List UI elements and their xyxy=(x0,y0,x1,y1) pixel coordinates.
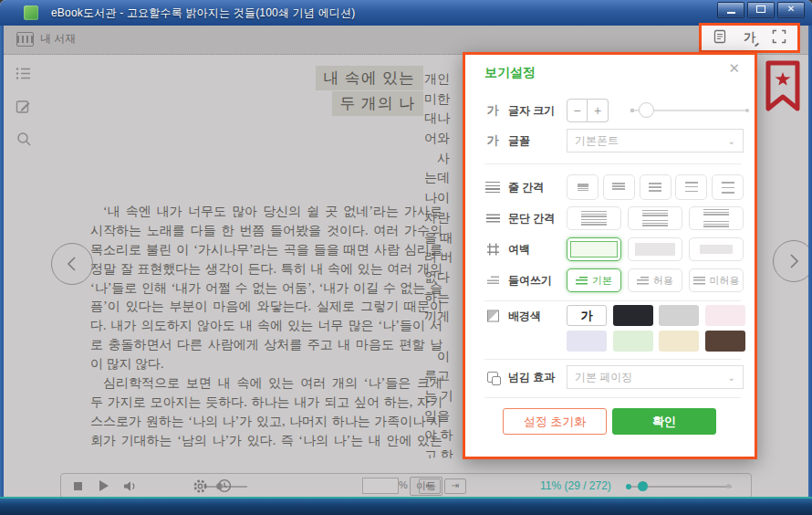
line-spacing-icon xyxy=(485,182,500,193)
book-text-line: 없다 xyxy=(424,268,463,288)
paragraph-spacing-option-1[interactable] xyxy=(567,206,621,230)
bottom-control-bar: % 이동 ⇤ ⇥ 11% (29 / 272) xyxy=(60,473,752,499)
my-library-label: 내 서재 xyxy=(40,31,76,47)
font-size-slider[interactable] xyxy=(633,110,746,111)
font-size-slider-thumb[interactable] xyxy=(639,102,654,118)
book-text-line: 야 하 xyxy=(424,426,463,446)
book-text-line: 개인 xyxy=(424,69,463,89)
tts-stop-button[interactable] xyxy=(74,474,82,498)
book-text-line: 려 버 xyxy=(424,247,463,268)
view-settings-panel: 보기설정 ✕ 가 글자 크기 − + 가 글꼴 기본폰 xyxy=(463,52,757,459)
book-text-line: 미한 xyxy=(424,89,463,110)
book-text-line: 루고 xyxy=(424,366,463,386)
page-effect-value: 기본 페이징 xyxy=(575,370,632,385)
paragraph-spacing-icon xyxy=(486,215,500,223)
margin-option-3[interactable] xyxy=(689,237,744,261)
indent-icon xyxy=(487,277,499,285)
page-percent-input[interactable] xyxy=(362,478,399,494)
line-spacing-option-2[interactable] xyxy=(603,174,635,200)
fullscreen-icon[interactable] xyxy=(772,29,786,47)
my-library-button[interactable]: 내 서재 xyxy=(16,31,76,47)
book-text-line: 나이 xyxy=(424,188,463,208)
window-border-left xyxy=(0,26,4,499)
line-spacing-option-5[interactable] xyxy=(712,174,744,200)
close-button[interactable]: ✕ xyxy=(777,2,805,18)
margin-row: 여백 xyxy=(484,236,744,262)
jump-to-end-button[interactable]: ⇥ xyxy=(444,478,466,494)
font-size-icon: 가 xyxy=(484,102,501,119)
font-size-row: 가 글자 크기 − + xyxy=(484,98,744,123)
book-text-line: 자란 xyxy=(424,208,463,228)
progress-slider-thumb[interactable] xyxy=(638,481,648,491)
bg-swatch-gray[interactable] xyxy=(659,305,699,326)
margin-icon xyxy=(487,244,499,256)
indent-option-default-selected[interactable]: 기본 xyxy=(567,268,621,292)
margin-option-2[interactable] xyxy=(628,237,682,261)
font-icon: 가 xyxy=(484,132,501,149)
window-border-bottom xyxy=(0,497,812,515)
bg-swatch-dark[interactable] xyxy=(613,305,653,326)
book-text-line: 이 xyxy=(424,347,463,367)
font-dropdown-value: 기본폰트 xyxy=(575,133,619,149)
paragraph-spacing-row: 문단 간격 xyxy=(484,205,744,231)
font-dropdown[interactable]: 기본폰트 ⌄ xyxy=(567,129,744,152)
search-icon[interactable] xyxy=(15,130,33,148)
note-icon[interactable] xyxy=(15,97,33,115)
view-settings-icon[interactable] xyxy=(713,29,727,47)
minimize-button[interactable] xyxy=(717,2,744,18)
indent-option-disallow[interactable]: 미허용 xyxy=(689,268,744,292)
bg-swatch-green[interactable] xyxy=(613,331,653,352)
book-text-line: 이 많지 않다. xyxy=(90,355,442,374)
font-settings-icon[interactable]: 가 xyxy=(744,29,755,47)
book-text-line xyxy=(424,327,463,347)
app-icon xyxy=(24,5,38,20)
maximize-button[interactable] xyxy=(747,2,775,18)
bookshelf-icon xyxy=(16,32,34,47)
tts-settings-gear-icon[interactable] xyxy=(193,474,208,498)
book-text-line: 는데 xyxy=(424,168,463,188)
paragraph-spacing-option-2[interactable] xyxy=(628,206,682,230)
bg-color-label: 배경색 xyxy=(508,309,541,324)
line-spacing-option-3[interactable] xyxy=(640,174,671,200)
book-text-line: 심리학적으로 보면 내 속에 있는 여러 개의 ‘나’들은 크게 xyxy=(90,374,442,394)
font-label: 글꼴 xyxy=(508,133,530,149)
jump-to-start-button[interactable]: ⇤ xyxy=(419,478,441,494)
volume-icon[interactable] xyxy=(123,474,138,498)
book-text-line: ‘나’들로 인해 ‘내가 어쩔 수 없는 어둠’, ‘내가 이길 수 없는 슬 xyxy=(90,279,442,299)
bg-swatch-pink[interactable] xyxy=(705,305,745,326)
left-page-text: ‘내 속엔 내가 너무도 많아 당신의 쉴 곳 없네’라는 가사로시작하는 노래… xyxy=(90,203,442,451)
prev-page-button[interactable] xyxy=(51,243,93,285)
bookmark-star-icon[interactable] xyxy=(765,60,801,117)
reset-settings-button[interactable]: 설정 초기화 xyxy=(503,408,607,435)
bg-swatch-lavender[interactable] xyxy=(567,331,607,352)
bg-swatch-white[interactable]: 가 xyxy=(567,305,607,326)
font-size-increase-button[interactable]: + xyxy=(588,99,609,122)
book-text-line: 대나 xyxy=(424,109,463,129)
line-spacing-option-4[interactable] xyxy=(675,174,707,200)
confirm-button[interactable]: 확인 xyxy=(612,408,716,435)
font-size-decrease-button[interactable]: − xyxy=(567,99,588,122)
book-text-line: 목소리로 불린 이 ‘가시나무’라는 곡을 들을 때면 사람 심리를 xyxy=(90,241,442,260)
book-text-line: 고 한 xyxy=(424,446,463,458)
chevron-down-icon: ⌄ xyxy=(728,373,735,383)
bg-swatch-brown[interactable] xyxy=(705,331,745,352)
window-border-right xyxy=(808,26,812,499)
bg-swatch-beige[interactable] xyxy=(659,331,699,352)
next-page-button[interactable] xyxy=(773,240,812,282)
page-effect-dropdown[interactable]: 기본 페이징 ⌄ xyxy=(567,365,744,389)
timer-clock-icon[interactable] xyxy=(217,474,232,498)
window-title: eBook도서관 - 고요할수록 밝아지는 것들(100쇄 기념 에디션) xyxy=(51,5,355,21)
right-page-text: 개인미한대나어와 사는데나이자란을 때려 버없다하는끼게 이루고는 기일을야 하… xyxy=(424,69,463,458)
line-spacing-option-1[interactable] xyxy=(567,174,599,200)
indent-option-allow[interactable]: 허용 xyxy=(628,268,682,292)
toc-icon[interactable] xyxy=(15,64,33,82)
page-turn-icon xyxy=(487,372,498,383)
paragraph-spacing-option-3[interactable] xyxy=(689,206,744,230)
reading-progress-text: 11% (29 / 272) xyxy=(540,479,611,492)
chevron-down-icon: ⌄ xyxy=(728,136,735,146)
line-spacing-row: 줄 간격 xyxy=(484,174,744,200)
tts-play-button[interactable] xyxy=(99,474,109,498)
book-text-line: 어와 xyxy=(424,129,463,149)
margin-option-1-selected[interactable] xyxy=(567,237,621,261)
panel-close-icon[interactable]: ✕ xyxy=(728,60,740,77)
